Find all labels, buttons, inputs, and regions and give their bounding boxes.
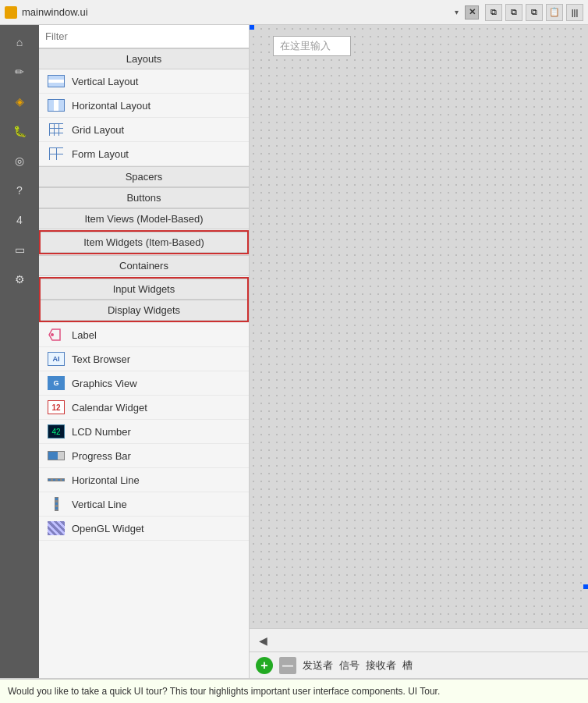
item-widgets-group: Item Widgets (Item-Based) (39, 230, 249, 254)
calendar-label: Calendar Widget (72, 402, 147, 414)
sidebar-item-debug[interactable]: 🐛 (2, 117, 37, 145)
notification-bar: Would you like to take a quick UI tour? … (0, 678, 588, 703)
horizontal-line-icon (47, 472, 66, 488)
list-item-text-browser[interactable]: AI Text Browser (39, 347, 249, 371)
signal-label: 信号 (339, 659, 360, 673)
sidebar-item-design[interactable]: ◈ (2, 87, 37, 115)
list-item-form-layout[interactable]: Form Layout (39, 142, 249, 166)
text-browser-label: Text Browser (72, 353, 130, 365)
toolbar-btn-1[interactable]: ⧉ (485, 4, 502, 21)
filter-bar (39, 25, 249, 48)
text-browser-icon: AI (47, 351, 66, 367)
add-connection-button[interactable]: + (256, 657, 273, 674)
vertical-line-label: Vertical Line (72, 499, 127, 510)
horizontal-layout-label: Horizontal Layout (72, 100, 151, 112)
label-label: Label (72, 329, 97, 341)
horizontal-line-label: Horizontal Line (72, 474, 140, 486)
sidebar-item-welcome[interactable]: ⌂ (2, 28, 37, 56)
progress-bar-label: Progress Bar (72, 450, 131, 462)
toolbar-btn-3[interactable]: ⧉ (526, 4, 543, 21)
edit-icon: ✏ (15, 66, 24, 78)
graphics-view-icon: G (47, 375, 66, 391)
settings-icon: ⚙ (15, 273, 25, 286)
designer-bottom-bar: ◀ (250, 628, 588, 652)
title-bar: mainwindow.ui ▾ ✕ ⧉ ⧉ ⧉ 📋 ||| (0, 0, 588, 25)
sender-label: 发送者 (303, 659, 333, 673)
debug-icon: 🐛 (13, 125, 27, 137)
toolbar-btn-4[interactable]: 📋 (546, 4, 563, 21)
calendar-icon: 12 (47, 399, 66, 415)
notification-text: Would you like to take a quick UI tour? … (8, 686, 440, 697)
monitor-icon: ▭ (15, 243, 25, 256)
close-button[interactable]: ✕ (465, 5, 479, 20)
opengl-widget-label: OpenGL Widget (72, 523, 144, 534)
toolbar-btn-5[interactable]: ||| (566, 4, 583, 21)
form-layout-icon (47, 146, 66, 162)
sidebar-item-4[interactable]: 4 (2, 206, 37, 234)
filter-input[interactable] (45, 30, 243, 42)
scroll-left-arrow[interactable]: ◀ (259, 634, 267, 647)
dot-grid: 在这里输入 (250, 25, 588, 628)
welcome-icon: ⌂ (16, 36, 23, 48)
main-area: ⌂ ✏ ◈ 🐛 ◎ ? 4 ▭ ⚙ La (0, 25, 588, 678)
vertical-line-icon (47, 496, 66, 512)
sidebar-item-help[interactable]: ? (2, 176, 37, 204)
sidebar-item-edit[interactable]: ✏ (2, 58, 37, 86)
section-item-views: Item Views (Model-Based) (39, 208, 249, 229)
list-item-horizontal-line[interactable]: Horizontal Line (39, 468, 249, 492)
toolbar: ⧉ ⧉ ⧉ 📋 ||| (485, 4, 583, 21)
widget-panel: Layouts Vertical Layout Horizontal Layou… (39, 25, 250, 678)
sidebar-item-monitor[interactable]: ▭ (2, 236, 37, 264)
form-layout-label: Form Layout (72, 148, 129, 160)
design-canvas[interactable]: 在这里输入 (250, 25, 588, 628)
section-layouts: Layouts (39, 48, 249, 69)
svg-point-1 (51, 333, 54, 336)
receiver-label: 接收者 (366, 659, 396, 673)
slot-label: 槽 (402, 659, 413, 673)
horizontal-layout-icon (47, 98, 66, 113)
widget-list: Layouts Vertical Layout Horizontal Layou… (39, 48, 249, 678)
section-buttons: Buttons (39, 187, 249, 208)
list-item-horizontal-layout[interactable]: Horizontal Layout (39, 94, 249, 118)
list-item-vertical-line[interactable]: Vertical Line (39, 492, 249, 517)
input-display-group: Input Widgets Display Widgets (39, 277, 249, 322)
dropdown-arrow[interactable]: ▾ (455, 8, 459, 16)
grid-layout-icon (47, 122, 66, 137)
corner-dot-br (583, 584, 588, 589)
sidebar-item-target[interactable]: ◎ (2, 147, 37, 175)
help-icon: ? (16, 184, 23, 197)
grid-layout-label: Grid Layout (72, 124, 124, 136)
list-item-progress-bar[interactable]: Progress Bar (39, 444, 249, 468)
lcd-number-icon: 42 (47, 424, 66, 439)
list-item-calendar[interactable]: 12 Calendar Widget (39, 396, 249, 420)
section-item-widgets: Item Widgets (Item-Based) (41, 232, 247, 253)
sidebar-item-debug2[interactable]: ⚙ (2, 265, 37, 293)
connection-bar: + — 发送者 信号 接收者 槽 (250, 652, 588, 678)
section-spacers: Spacers (39, 166, 249, 187)
opengl-widget-icon (47, 520, 66, 536)
remove-connection-button[interactable]: — (279, 657, 296, 674)
graphics-view-label: Graphics View (72, 378, 137, 389)
vertical-layout-label: Vertical Layout (72, 76, 138, 87)
corner-dot-tl (250, 25, 254, 30)
list-item-graphics-view[interactable]: G Graphics View (39, 371, 249, 396)
section-input-widgets: Input Widgets (41, 279, 247, 300)
section-display-widgets: Display Widgets (41, 300, 247, 321)
list-item-opengl-widget[interactable]: OpenGL Widget (39, 517, 249, 541)
list-item-vertical-layout[interactable]: Vertical Layout (39, 69, 249, 94)
designer-area: 在这里输入 ◀ + — 发送者 信号 接收者 槽 (250, 25, 588, 678)
file-icon (5, 6, 17, 19)
num4-icon: 4 (16, 214, 23, 226)
list-item-label[interactable]: Label (39, 323, 249, 347)
progress-bar-icon (47, 448, 66, 463)
design-icon: ◈ (16, 95, 24, 108)
toolbar-btn-2[interactable]: ⧉ (505, 4, 522, 21)
left-sidebar: ⌂ ✏ ◈ 🐛 ◎ ? 4 ▭ ⚙ (0, 25, 39, 678)
label-icon (47, 327, 66, 343)
list-item-grid-layout[interactable]: Grid Layout (39, 118, 249, 142)
vertical-layout-icon (47, 73, 66, 89)
section-containers: Containers (39, 255, 249, 276)
lcd-number-label: LCD Number (72, 426, 131, 438)
canvas-placeholder[interactable]: 在这里输入 (273, 36, 351, 56)
list-item-lcd-number[interactable]: 42 LCD Number (39, 420, 249, 444)
